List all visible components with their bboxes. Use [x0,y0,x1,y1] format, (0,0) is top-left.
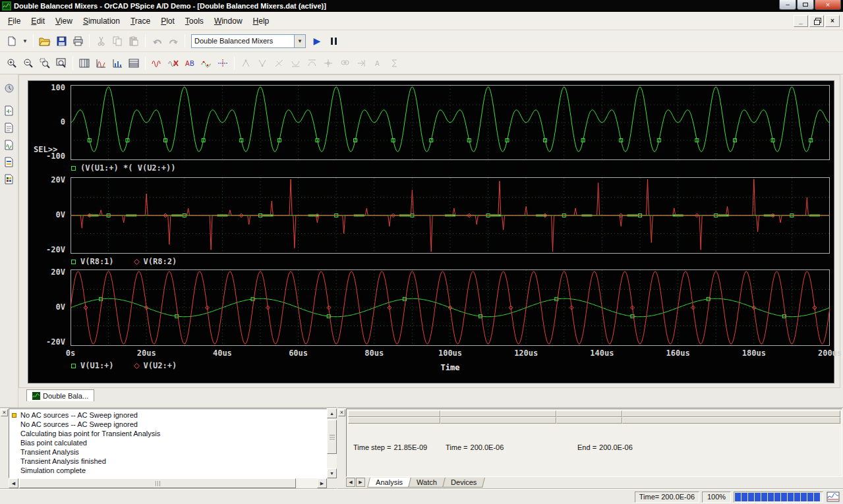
redo-button[interactable] [165,33,181,49]
display-control-button[interactable] [2,172,16,186]
menu-help[interactable]: Help [248,14,275,28]
view-messages-button[interactable] [2,155,16,169]
output-vertical-scrollbar[interactable]: ▲ ▼ [327,408,337,478]
mark-data-points-button[interactable] [198,55,214,71]
simulation-queue-button[interactable] [2,81,16,96]
scroll-up-button[interactable]: ▲ [327,408,337,418]
output-message-row[interactable]: No AC sources -- AC Sweep ignored [12,410,326,420]
mdi-minimize-button[interactable]: _ [794,15,808,27]
output-message-row[interactable]: Calculating bias point for Transient Ana… [12,429,326,438]
new-simulation-button[interactable] [4,33,20,49]
cursor-toggle-button[interactable] [215,55,231,71]
titlebar[interactable]: Double Balanced Mixers - OrCAD PSpice A/… [0,0,843,12]
menu-view[interactable]: View [50,14,78,28]
eval-goal-function-button[interactable] [386,55,402,71]
menu-plot[interactable]: Plot [156,14,180,28]
x-axis-title: Time [71,363,830,372]
plot-area[interactable]: SEL>> 1000-100 (V(U1:+) *( V(U2:+)) 20V0… [28,80,834,383]
table-header-cell [348,417,440,424]
window-controls: – × [779,0,841,10]
minimize-button[interactable]: – [779,0,796,10]
tab-scroll-right-button[interactable]: ▶ [356,478,365,487]
zoom-out-button[interactable] [20,55,36,71]
scroll-right-button[interactable]: ▶ [317,478,327,488]
undo-button[interactable] [149,33,165,49]
cursor-search-button[interactable] [337,55,353,71]
cursor-min-button[interactable] [287,55,303,71]
combobox-dropdown-button[interactable]: ▼ [294,35,305,47]
delete-all-traces-button[interactable] [165,55,181,71]
tab-devices[interactable]: Devices [442,478,485,488]
save-button[interactable] [53,33,69,49]
output-message-row[interactable]: No AC sources -- AC Sweep ignored [12,420,326,429]
cut-button[interactable] [93,33,109,49]
output-message-row[interactable]: Simulation complete [12,466,326,475]
menu-file[interactable]: File [3,14,26,28]
legend-item[interactable]: V(R8:2) [134,257,177,266]
mdi-close-button[interactable]: × [825,15,840,27]
run-button[interactable]: ▶ [309,33,325,49]
cursor-next-transition-button[interactable] [353,55,369,71]
tab-watch[interactable]: Watch [408,478,446,488]
zoom-in-button[interactable] [4,55,20,71]
view-output-file-button[interactable] [2,121,16,135]
vertical-scrollbar-thumb[interactable] [327,420,337,454]
output-message-list[interactable]: No AC sources -- AC Sweep ignoredNo AC s… [9,408,327,478]
simulation-profile-combobox[interactable]: Double Balanced Mixers ▼ [191,34,306,48]
document-tab[interactable]: Double Bala... [26,389,94,401]
cursor-point-button[interactable] [320,55,336,71]
view-simulation-results-button[interactable] [2,138,16,152]
log-x-axis-button[interactable] [76,55,92,71]
subplot-svg-0[interactable] [71,85,830,160]
text-label-button[interactable]: AB [182,55,198,71]
zoom-area-button[interactable] [37,55,53,71]
cursor-peak-button[interactable] [238,55,254,71]
close-status-window-button[interactable]: × [338,409,345,416]
tab-analysis[interactable]: Analysis [367,478,411,488]
cursor-max-button[interactable] [304,55,320,71]
legend-item[interactable]: V(U2:+) [134,361,177,370]
mark-label-button[interactable]: A [370,55,386,71]
cursor-trough-button[interactable] [254,55,270,71]
fft-button[interactable] [93,55,109,71]
view-circuit-file-button[interactable] [2,103,16,118]
copy-button[interactable] [109,33,125,49]
maximize-icon [803,3,808,7]
y-labels-0: 1000-100 [28,85,71,160]
add-trace-button[interactable] [149,55,165,71]
zoom-fit-button[interactable] [53,55,69,71]
print-button[interactable] [70,33,86,49]
output-message-row[interactable]: Transient Analysis finished [12,457,326,466]
subplot-svg-2[interactable] [71,269,830,346]
legend-item[interactable]: V(R8:1) [71,257,114,266]
output-message-row[interactable]: Bias point calculated [12,438,326,447]
maximize-button[interactable] [797,0,814,10]
menu-window[interactable]: Window [209,14,248,28]
menu-simulation[interactable]: Simulation [78,14,125,28]
open-button[interactable] [37,33,53,49]
horizontal-scrollbar-thumb[interactable] [19,478,296,488]
log-y-axis-button[interactable] [126,55,142,71]
scroll-down-button[interactable]: ▼ [327,468,337,478]
x-tick-label: 80us [351,349,397,358]
output-horizontal-scrollbar[interactable]: ◀ ▶ [9,478,327,488]
cursor-slope-button[interactable] [271,55,287,71]
mdi-restore-button[interactable] [809,15,824,27]
output-message-row[interactable]: Transient Analysis [12,447,326,457]
legend-item[interactable]: (V(U1:+) *( V(U2:+)) [71,163,176,173]
paste-button[interactable] [126,33,142,49]
y-tick-label: 0V [56,302,65,312]
subplot-svg-1[interactable] [71,177,830,254]
arrow-right-icon: ▶ [320,481,324,486]
menu-trace[interactable]: Trace [125,14,156,28]
menu-edit[interactable]: Edit [26,14,50,28]
pause-button[interactable] [326,33,341,49]
close-output-window-button[interactable]: × [1,409,8,416]
legend-item[interactable]: V(U1:+) [71,361,114,370]
new-simulation-dropdown[interactable]: ▼ [20,33,30,49]
scroll-left-button[interactable]: ◀ [9,478,18,488]
menu-tools[interactable]: Tools [180,14,209,28]
close-button[interactable]: × [815,0,841,10]
tab-scroll-left-button[interactable]: ◀ [346,478,355,487]
performance-analysis-button[interactable] [109,55,125,71]
